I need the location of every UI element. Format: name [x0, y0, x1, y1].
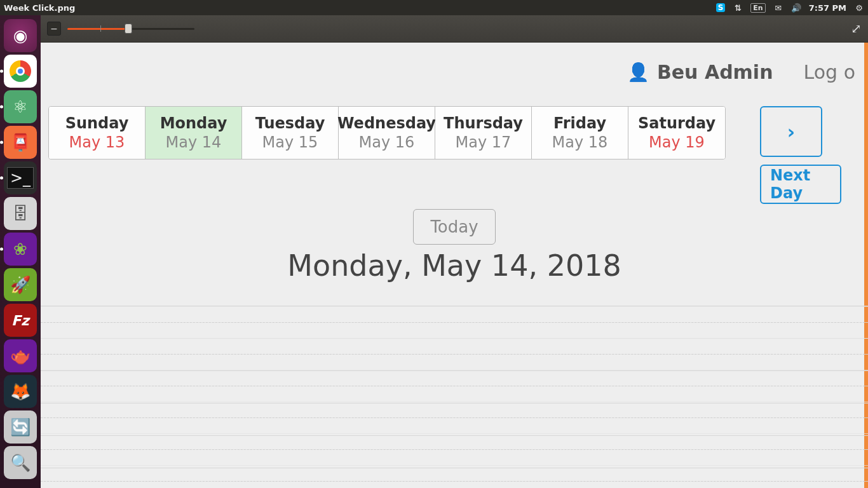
launcher-rocket-app[interactable]: 🚀: [4, 268, 37, 301]
launcher-terminal[interactable]: >_: [4, 161, 37, 194]
fullscreen-button[interactable]: ⤢: [851, 21, 862, 36]
time-slot-divider: [41, 449, 868, 450]
week-day-picker: SundayMay 13MondayMay 14TuesdayMay 15Wed…: [48, 106, 726, 159]
day-date: May 13: [69, 133, 125, 151]
skype-icon[interactable]: S: [716, 3, 726, 12]
user-name: Beu Admin: [657, 61, 773, 83]
time-slot-divider: [41, 386, 868, 386]
day-date: May 16: [359, 133, 415, 151]
day-cell-saturday[interactable]: SaturdayMay 19: [628, 107, 725, 159]
day-name: Monday: [160, 114, 227, 132]
day-cell-wednesday[interactable]: WednesdayMay 16: [339, 107, 435, 159]
day-date: May 18: [552, 133, 608, 151]
lamp-icon: 🫖: [10, 348, 31, 364]
day-name: Wednesday: [337, 114, 436, 132]
files-icon: 🗄: [12, 205, 29, 222]
displayed-screenshot: 👤 Beu Admin Log o SundayMay 13MondayMay …: [41, 42, 868, 488]
today-button[interactable]: Today: [413, 209, 495, 245]
launcher-chrome[interactable]: [4, 55, 37, 88]
leaf-icon: ❀: [13, 241, 27, 257]
day-name: Tuesday: [255, 114, 325, 132]
session-gear-icon[interactable]: ⚙: [854, 3, 864, 13]
zoom-out-button[interactable]: −: [47, 22, 61, 36]
day-name: Thursday: [444, 114, 523, 132]
running-indicator-icon: [0, 177, 3, 180]
firefox-icon: 🦊: [10, 383, 31, 400]
launcher-dash[interactable]: ◉: [4, 19, 37, 52]
ubuntu-dash-icon: ◉: [13, 27, 28, 44]
launcher-software-updater[interactable]: 🔄: [4, 410, 37, 444]
slider-thumb[interactable]: [125, 24, 132, 34]
day-name: Saturday: [638, 114, 715, 132]
chevron-right-icon: ›: [787, 121, 795, 143]
user-icon: 👤: [627, 62, 649, 83]
postman-icon: 📮: [10, 134, 31, 151]
logout-link[interactable]: Log o: [804, 61, 855, 83]
update-icon: 🔄: [10, 419, 31, 435]
day-cell-thursday[interactable]: ThursdayMay 17: [435, 107, 532, 159]
launcher-filezilla[interactable]: Fz: [4, 304, 37, 337]
day-name: Sunday: [65, 114, 129, 132]
selected-full-date: Monday, May 14, 2018: [41, 248, 868, 283]
clock[interactable]: 7:57 PM: [809, 3, 846, 13]
day-date: May 17: [456, 133, 512, 151]
logout-label: Log o: [804, 61, 855, 83]
day-cell-friday[interactable]: FridayMay 18: [532, 107, 628, 159]
filezilla-icon: Fz: [11, 313, 29, 329]
network-icon[interactable]: ⇅: [733, 3, 743, 13]
ubuntu-top-panel: Week Click.png S ⇅ En ✉ 🔊 7:57 PM ⚙: [0, 0, 868, 15]
running-indicator-icon: [0, 141, 3, 144]
keyboard-layout-indicator[interactable]: En: [750, 3, 765, 13]
terminal-icon: >_: [7, 167, 34, 189]
day-date: May 15: [262, 133, 318, 151]
day-cell-sunday[interactable]: SundayMay 13: [49, 107, 146, 159]
current-user[interactable]: 👤 Beu Admin: [627, 61, 773, 83]
launcher-files[interactable]: 🗄: [4, 197, 37, 230]
next-day-label: Next Day: [770, 166, 831, 202]
magnifier-icon: 🔍: [10, 454, 31, 471]
time-slot-divider: [41, 322, 868, 323]
day-cell-tuesday[interactable]: TuesdayMay 15: [242, 107, 339, 159]
launcher-screenshot-tool[interactable]: 🔍: [4, 446, 37, 479]
chrome-icon: [10, 60, 31, 82]
ubuntu-launcher: ◉ ⚛ 📮 >_ 🗄 ❀ 🚀 Fz 🫖 🦊 🔄 🔍: [0, 15, 41, 488]
launcher-postman[interactable]: 📮: [4, 126, 37, 159]
time-slot-divider: [41, 481, 868, 482]
slider-tick-icon: [100, 25, 101, 32]
running-indicator-icon: [0, 105, 3, 109]
next-day-button[interactable]: Next Day: [760, 165, 841, 204]
rocket-icon: 🚀: [10, 276, 31, 293]
launcher-lamp-app[interactable]: 🫖: [4, 339, 37, 372]
time-slot-divider: [41, 417, 868, 418]
schedule-grid[interactable]: [41, 306, 868, 488]
image-viewer-toolbar: − ⤢: [41, 15, 868, 42]
slider-track: [128, 28, 194, 30]
next-week-button[interactable]: ›: [760, 106, 822, 157]
launcher-firefox[interactable]: 🦊: [4, 375, 37, 408]
system-tray: S ⇅ En ✉ 🔊 7:57 PM ⚙: [716, 3, 864, 13]
mail-icon[interactable]: ✉: [773, 3, 783, 13]
volume-icon[interactable]: 🔊: [791, 3, 801, 13]
window-title: Week Click.png: [4, 3, 75, 13]
zoom-slider[interactable]: [67, 27, 194, 30]
launcher-atom[interactable]: ⚛: [4, 90, 37, 123]
slider-fill: [67, 28, 128, 30]
atom-icon: ⚛: [13, 98, 27, 115]
launcher-robomongo[interactable]: ❀: [4, 233, 37, 266]
running-indicator-icon: [0, 70, 3, 73]
running-indicator-icon: [0, 248, 3, 251]
time-slot-divider: [41, 354, 868, 355]
fullscreen-icon: ⤢: [851, 21, 862, 36]
app-header: 👤 Beu Admin Log o: [41, 43, 868, 101]
day-name: Friday: [553, 114, 606, 132]
day-date: May 14: [166, 133, 222, 151]
day-cell-monday[interactable]: MondayMay 14: [146, 107, 242, 159]
image-viewer-window: − ⤢ 👤 Beu Admin Log o SundayMay: [41, 15, 868, 488]
day-date: May 19: [649, 133, 705, 151]
today-label: Today: [430, 217, 478, 236]
minus-icon: −: [50, 24, 58, 34]
